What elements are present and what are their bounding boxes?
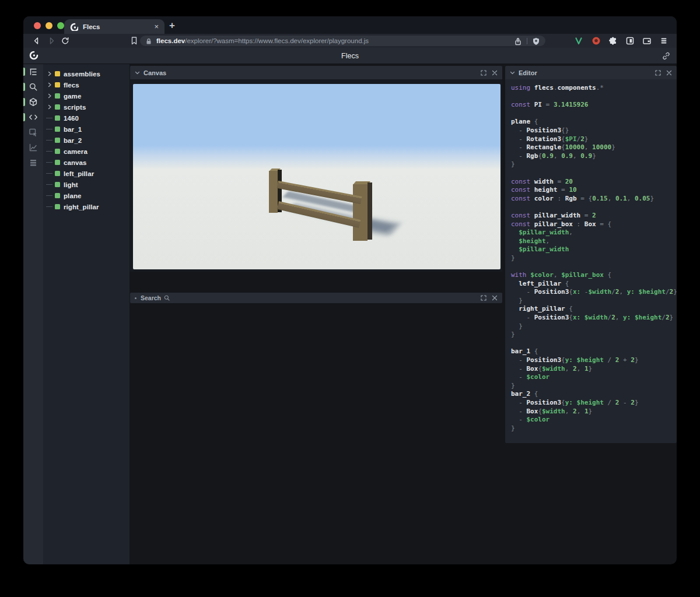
code-line: - Rotation3{$PI/2}	[511, 135, 677, 144]
share-link-icon[interactable]	[662, 51, 671, 61]
chevron-right-icon[interactable]	[46, 71, 54, 76]
3d-viewport[interactable]	[133, 84, 501, 269]
entity-color-square	[55, 127, 60, 132]
tree-item-bar_1[interactable]: bar_1	[43, 124, 130, 135]
script-editor[interactable]: using flecs.components.* const PI = 3.14…	[505, 79, 677, 443]
code-line: - Rectangle{10000, 10000}	[511, 143, 677, 152]
reload-button[interactable]	[60, 36, 71, 46]
page-title: Flecs	[23, 48, 677, 64]
scene-sky-ground	[133, 84, 501, 269]
entity-color-square	[55, 82, 60, 87]
code-line: - Position3{y: $height / 2 - 2}	[511, 399, 677, 408]
code-line: using flecs.components.*	[511, 84, 677, 93]
entity-color-square	[55, 138, 60, 143]
code-line: }	[511, 297, 677, 305]
entity-color-square	[55, 93, 60, 99]
code-line	[511, 110, 677, 118]
browser-actions	[575, 36, 668, 46]
code-line: - Position3{x: -$width/2, y: $height/2}	[511, 288, 677, 297]
tree-item-camera[interactable]: camera	[43, 146, 130, 157]
expand-panel-icon[interactable]	[655, 70, 661, 76]
bookmark-icon[interactable]	[129, 36, 139, 46]
expand-panel-icon[interactable]	[481, 70, 487, 76]
close-window-button[interactable]	[34, 22, 41, 29]
tree-item-flecs[interactable]: flecs	[43, 79, 130, 90]
tree-connector	[46, 162, 54, 163]
rail-rows[interactable]	[23, 155, 43, 170]
brave-shield-icon[interactable]	[531, 37, 541, 45]
close-panel-icon[interactable]	[492, 70, 498, 76]
sidebar-toggle-icon[interactable]	[625, 36, 635, 45]
entity-color-square	[55, 115, 60, 121]
flecs-favicon	[70, 23, 78, 31]
cube-icon	[29, 97, 38, 107]
brave-rewards-icon[interactable]	[592, 36, 601, 45]
new-tab-button[interactable]: +	[169, 20, 175, 31]
code-line: - Position3{}	[511, 127, 677, 135]
canvas-panel-header: Canvas	[130, 66, 502, 79]
tree-item-left_pillar[interactable]: left_pillar	[43, 168, 130, 179]
rail-search[interactable]	[23, 79, 43, 94]
tree-item-light[interactable]: light	[43, 179, 130, 190]
chevron-right-icon[interactable]	[46, 82, 54, 87]
tree-item-bar_2[interactable]: bar_2	[43, 135, 130, 146]
code-line: left_pillar {	[511, 280, 677, 289]
share-icon[interactable]	[513, 37, 523, 45]
url-bar[interactable]: flecs.dev /explorer/?wasm=https://www.fl…	[140, 36, 545, 46]
extensions-puzzle-icon[interactable]	[608, 36, 618, 45]
back-button[interactable]	[32, 36, 42, 46]
tree-item-label: right_pillar	[64, 203, 99, 210]
left-pillar	[269, 171, 278, 213]
tab-close-icon[interactable]: ×	[154, 22, 159, 31]
minimize-window-button[interactable]	[46, 22, 52, 29]
close-panel-icon[interactable]	[492, 295, 498, 301]
tree-item-plane[interactable]: plane	[43, 190, 130, 201]
rail-tree[interactable]	[23, 64, 43, 79]
tree-item-label: left_pillar	[64, 170, 94, 177]
tree-item-game[interactable]: game	[43, 90, 130, 101]
wallet-icon[interactable]	[642, 36, 652, 45]
code-line	[511, 93, 677, 101]
tree-item-1460[interactable]: 1460	[43, 113, 130, 124]
chart-icon	[29, 143, 38, 152]
chevron-down-icon[interactable]	[135, 71, 140, 75]
expand-panel-icon[interactable]	[481, 295, 487, 301]
code-line	[511, 169, 677, 178]
code-line: }	[511, 382, 677, 391]
chevron-down-icon[interactable]	[510, 71, 515, 75]
tree-item-scripts[interactable]: scripts	[43, 101, 130, 113]
tree-connector	[46, 195, 54, 196]
tree-item-label: flecs	[64, 82, 79, 89]
close-panel-icon[interactable]	[666, 70, 672, 76]
tree-item-label: game	[64, 93, 81, 100]
tree-item-label: assemblies	[64, 71, 100, 78]
tree-connector	[46, 140, 54, 141]
tree-item-right_pillar[interactable]: right_pillar	[43, 201, 130, 212]
rail-cube[interactable]	[23, 94, 43, 110]
code-line	[511, 339, 677, 348]
browser-tab[interactable]: Flecs ×	[64, 19, 164, 34]
tree-connector	[46, 118, 54, 118]
menu-icon[interactable]	[659, 36, 668, 45]
zoom-window-button[interactable]	[57, 22, 64, 29]
search-panel-title: Search	[141, 294, 161, 301]
tree-item-label: light	[64, 181, 78, 188]
url-domain: flecs.dev	[156, 37, 185, 44]
code-line: - $color	[511, 373, 677, 382]
chevron-right-icon[interactable]	[46, 104, 54, 110]
collapsed-dot-icon[interactable]	[135, 297, 136, 299]
forward-button[interactable]	[46, 36, 57, 46]
tree-item-assemblies[interactable]: assemblies	[43, 68, 130, 79]
vue-devtools-icon[interactable]	[575, 36, 584, 45]
code-line: const pillar_box : Box = {	[511, 220, 677, 229]
tree-item-canvas[interactable]: canvas	[43, 157, 130, 168]
rail-chart[interactable]	[23, 140, 43, 155]
code-line: - Box{$width, 2, 1}	[511, 408, 677, 416]
rail-inspector[interactable]	[23, 125, 43, 140]
chevron-right-icon[interactable]	[46, 93, 54, 99]
code-line: - Rgb{0.9, 0.9, 0.9}	[511, 152, 677, 161]
code-line: const height = 10	[511, 186, 677, 195]
entity-color-square	[55, 71, 60, 76]
rail-code[interactable]	[23, 110, 43, 125]
code-line: const width = 20	[511, 178, 677, 187]
